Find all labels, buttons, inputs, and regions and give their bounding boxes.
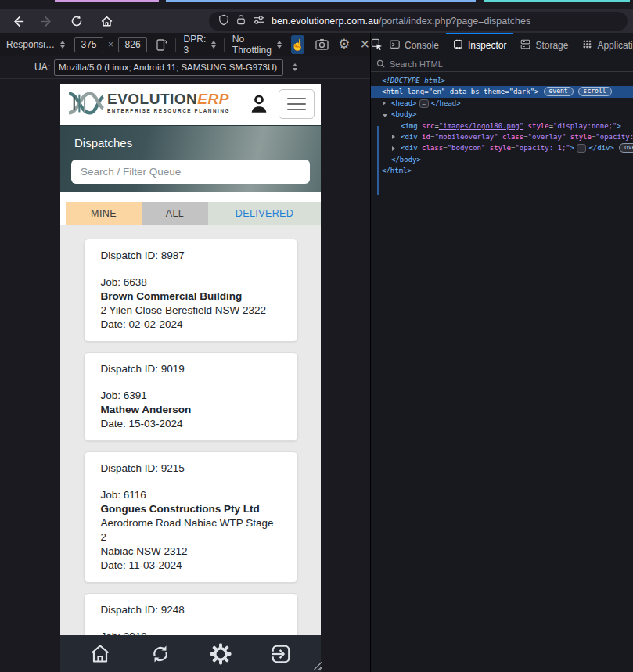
forward-icon[interactable] xyxy=(38,12,56,31)
nav-logout-button[interactable] xyxy=(268,641,294,667)
ua-stepper-icon[interactable] xyxy=(293,63,297,71)
container-tab-line-purple xyxy=(55,0,159,2)
logo-text: EVOLUTIONERP xyxy=(107,92,230,106)
rdm-toolbar: Responsi… × DPR: 3 No Throttling ☝ ⚙ × xyxy=(0,33,370,56)
lock-icon[interactable] xyxy=(236,14,246,28)
browser-toolbar: ben.evolutionerp.com.au/portal/index.php… xyxy=(0,9,633,33)
app-bottom-nav xyxy=(60,635,321,672)
devtools-panel: ConsoleInspectorStorageApplication Searc… xyxy=(371,33,633,672)
address-line: 2 Yilen Close Beresfield NSW 2322 xyxy=(101,304,281,318)
search-html-bar[interactable]: Search HTML xyxy=(371,56,633,72)
inspector-icon xyxy=(453,39,463,52)
nav-home-button[interactable] xyxy=(87,641,113,667)
home-icon[interactable] xyxy=(97,12,116,31)
hamburger-icon xyxy=(287,98,306,99)
viewport-width-input[interactable] xyxy=(74,37,103,52)
markup-line[interactable]: <div id="mobileoverlay" class="overlay" … xyxy=(371,131,633,142)
chevron-updown-icon xyxy=(60,41,65,49)
app-logo[interactable]: EVOLUTIONERP ENTERPRISE RESOURCE PLANNIN… xyxy=(67,89,230,119)
touch-simulation-button[interactable]: ☝ xyxy=(291,35,304,54)
markup-line[interactable]: <!DOCTYPE html> xyxy=(371,75,633,86)
url-bar[interactable]: ben.evolutionerp.com.au/portal/index.php… xyxy=(209,12,628,31)
chevron-updown-icon xyxy=(277,41,282,49)
devtools-tab-inspector[interactable]: Inspector xyxy=(446,33,513,56)
device-viewport: EVOLUTIONERP ENTERPRISE RESOURCE PLANNIN… xyxy=(60,84,321,672)
markup-line[interactable]: <head>…</head> xyxy=(371,98,633,109)
menu-button[interactable] xyxy=(279,89,315,119)
devtools-tab-console[interactable]: Console xyxy=(383,33,446,56)
markup-line[interactable]: <div class="bodycon" style="opacity: 1;"… xyxy=(371,142,633,153)
console-icon xyxy=(390,39,400,52)
logo-tagline: ENTERPRISE RESOURCE PLANNING xyxy=(107,108,230,113)
address-line: Aerodrome Road Nabiac WTP Stage 2 xyxy=(101,516,281,544)
tab-strip[interactable] xyxy=(0,0,633,9)
page-hero: Dispatches xyxy=(60,125,321,192)
ua-input[interactable] xyxy=(54,59,283,76)
customer-name: Brown Commercial Building xyxy=(101,289,281,304)
dispatch-card[interactable]: Dispatch ID: 8987Job: 6638Brown Commerci… xyxy=(84,239,298,342)
job-number: Job: 6638 xyxy=(101,275,281,289)
markup-line[interactable]: </body> xyxy=(371,154,633,165)
dispatch-date: Date: 11-03-2024 xyxy=(101,559,281,573)
screenshot-icon[interactable] xyxy=(315,35,329,54)
dimension-separator: × xyxy=(108,39,113,50)
collapsed-content-icon[interactable]: … xyxy=(577,144,586,153)
address-line: Nabiac NSW 2312 xyxy=(101,544,281,559)
dispatch-date: Date: 02-02-2024 xyxy=(101,318,281,332)
job-number: Job: 6391 xyxy=(101,389,281,403)
markup-line[interactable]: <img src="images/logo180.png" style="dis… xyxy=(371,120,633,131)
dispatch-date: Date: 15-03-2024 xyxy=(101,417,281,431)
html-markup-tree: <!DOCTYPE html><html lang="en" data-bs-t… xyxy=(371,73,633,672)
container-tab-line-blue xyxy=(166,0,476,2)
nav-settings-button[interactable] xyxy=(207,641,234,667)
permissions-icon[interactable] xyxy=(253,14,264,28)
shield-icon[interactable] xyxy=(218,14,229,29)
collapsed-content-icon[interactable]: … xyxy=(419,99,429,108)
container-tab-line-teal xyxy=(484,0,630,2)
devtools-tab-application[interactable]: Application xyxy=(575,33,633,56)
gear-icon xyxy=(209,642,232,666)
dna-helix-icon xyxy=(67,89,104,119)
page-title: Dispatches xyxy=(74,136,132,149)
viewport-height-input[interactable] xyxy=(118,37,147,52)
expand-arrow-icon[interactable] xyxy=(392,135,395,139)
expand-arrow-icon[interactable] xyxy=(392,146,395,151)
rdm-settings-gear-icon[interactable]: ⚙ xyxy=(338,35,350,54)
tab-delivered[interactable]: DELIVERED xyxy=(208,202,321,225)
markup-line[interactable]: <html lang="en" data-bs-theme="dark">eve… xyxy=(371,86,633,97)
profile-button[interactable] xyxy=(246,91,272,117)
throttling-selector[interactable]: No Throttling xyxy=(232,34,282,56)
rdm-close-icon[interactable]: × xyxy=(360,35,370,54)
node-badge[interactable]: scroll xyxy=(578,87,612,96)
url-text[interactable]: ben.evolutionerp.com.au/portal/index.php… xyxy=(272,16,530,27)
touch-icon: ☝ xyxy=(291,38,304,51)
devtools-tab-storage[interactable]: Storage xyxy=(513,33,575,56)
rotate-viewport-icon[interactable] xyxy=(155,35,167,54)
reload-icon[interactable] xyxy=(67,12,86,31)
nav-sync-button[interactable] xyxy=(147,641,174,667)
markup-line[interactable]: </html> xyxy=(371,165,633,176)
collapse-arrow-icon[interactable] xyxy=(383,114,387,117)
user-agent-row: UA: xyxy=(0,56,370,79)
node-badge[interactable]: overflow xyxy=(619,143,633,153)
ua-label: UA: xyxy=(34,62,50,73)
expand-arrow-icon[interactable] xyxy=(383,101,386,106)
back-icon[interactable] xyxy=(8,12,27,31)
queue-search-input[interactable] xyxy=(71,160,310,184)
pick-element-button[interactable] xyxy=(371,33,383,56)
tab-all[interactable]: ALL xyxy=(142,202,208,225)
pick-element-icon xyxy=(371,38,383,50)
dispatch-card[interactable]: Dispatch ID: 9019Job: 6391Mathew Anderso… xyxy=(84,352,298,441)
device-selector[interactable]: Responsi… xyxy=(6,39,65,50)
devtools-tabbar: ConsoleInspectorStorageApplication xyxy=(371,33,633,56)
dispatch-list: Dispatch ID: 8987Job: 6638Brown Commerci… xyxy=(60,225,321,672)
customer-name: Gongues Constructions Pty Ltd xyxy=(101,502,281,516)
dispatch-id: Dispatch ID: 9215 xyxy=(101,462,281,476)
dispatch-card[interactable]: Dispatch ID: 9215Job: 6116Gongues Constr… xyxy=(84,451,298,583)
node-badge[interactable]: event xyxy=(544,87,574,96)
dpr-selector[interactable]: DPR: 3 xyxy=(184,34,217,56)
tab-mine[interactable]: MINE xyxy=(66,202,142,225)
app-header: EVOLUTIONERP ENTERPRISE RESOURCE PLANNIN… xyxy=(60,84,321,125)
markup-line[interactable]: <body> xyxy=(371,109,633,120)
dispatch-id: Dispatch ID: 9019 xyxy=(101,362,281,376)
